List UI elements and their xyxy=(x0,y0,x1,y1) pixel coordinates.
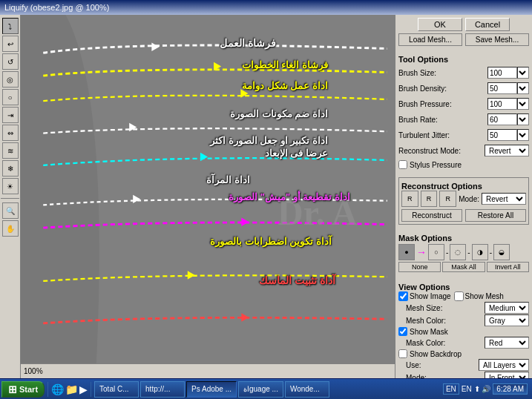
lang-indicator[interactable]: EN xyxy=(443,383,459,395)
show-backdrop-row: Show Backdrop xyxy=(398,349,529,358)
ql-icon-3[interactable]: ▶ xyxy=(79,383,88,395)
turbulent-jitter-select[interactable]: ▼ xyxy=(517,129,529,141)
use-row: Use: All Layers xyxy=(398,359,529,371)
brush-size-input[interactable] xyxy=(487,67,517,79)
toolbar-sep xyxy=(1,198,19,199)
show-image-checkbox[interactable] xyxy=(398,291,408,301)
brush-rate-select[interactable]: ▼ xyxy=(517,113,529,125)
turbulent-jitter-label: Turbulent Jitter: xyxy=(398,131,487,139)
zoom-level: 100% xyxy=(24,367,43,375)
reconstruct-options: Reconstruct Options R R R Mode: Revert R… xyxy=(398,177,529,225)
none-button[interactable]: None xyxy=(398,262,441,272)
taskbar-item-adobe-label: Ps Adobe ... xyxy=(191,385,231,393)
mask-icon-5[interactable]: ◒ xyxy=(493,244,510,260)
taskbar: ⊞ Start 🌐 📁 ▶ Total C... http://... Ps A… xyxy=(0,378,532,399)
mask-color-label: Mask Color: xyxy=(406,339,485,347)
mode-btn-2[interactable]: R xyxy=(421,191,438,207)
tool-freeze-btn[interactable]: ❄ xyxy=(2,160,19,177)
label-brush-reconstruct: فرشاة الغاء الخطوات xyxy=(242,59,328,70)
brush-rate-label: Brush Rate: xyxy=(398,116,487,124)
window-title: Liquify (obese2.jpg @ 100%) xyxy=(4,3,109,12)
invert-all-button[interactable]: Invert All xyxy=(487,262,529,272)
turbulent-jitter-row: Turbulent Jitter: ▼ xyxy=(398,129,529,141)
taskbar-item-gauge[interactable]: اةguage ... xyxy=(238,381,283,398)
label-brush-warp: فرشاة العمل xyxy=(220,37,276,49)
mask-icon-1[interactable]: ● xyxy=(398,244,415,260)
tool-thaw-btn[interactable]: ☀ xyxy=(2,178,19,194)
tool-shift-pixels-btn[interactable]: ⇥ xyxy=(2,107,19,123)
content-area: ⤵ ↩ ↺ ◎ ○ ⇥ ⇔ ≋ ❄ ☀ 🔍 ✋ xyxy=(0,15,532,378)
brush-rate-input[interactable] xyxy=(487,113,517,125)
tool-reconstruct-btn[interactable]: ↩ xyxy=(2,36,19,52)
show-mesh-label: Show Mesh xyxy=(465,292,504,300)
taskbar-item-adobe[interactable]: Ps Adobe ... xyxy=(186,381,237,398)
tool-zoom-btn[interactable]: 🔍 xyxy=(2,202,19,219)
ok-cancel-row: OK Cancel xyxy=(398,18,529,31)
taskbar-item-http[interactable]: http://... xyxy=(140,381,185,398)
mask-all-button[interactable]: Mask All xyxy=(442,262,485,272)
tool-twirl-btn[interactable]: ↺ xyxy=(2,53,19,70)
left-toolbar: ⤵ ↩ ↺ ◎ ○ ⇥ ⇔ ≋ ❄ ☀ 🔍 ✋ xyxy=(0,15,21,378)
mesh-size-select[interactable]: Medium xyxy=(485,302,529,314)
tool-warp[interactable]: ⤵ xyxy=(2,18,19,34)
mask-options: Mask Options ● → ○ - ◌ - ◑ - ◒ None Mask… xyxy=(398,232,529,272)
tool-pucker-btn[interactable]: ◎ xyxy=(2,71,19,88)
mesh-color-select[interactable]: Gray xyxy=(485,314,529,326)
mode-bd-select[interactable]: In Front xyxy=(485,372,529,378)
mode-btn-1[interactable]: R xyxy=(401,191,418,207)
brush-pressure-select[interactable]: ▼ xyxy=(517,98,529,110)
brush-size-row: Brush Size: ▼ xyxy=(398,67,529,79)
time-display[interactable]: 6:28 AM xyxy=(493,383,528,395)
brush-pressure-input[interactable] xyxy=(487,98,517,110)
stylus-pressure-row: Stylus Pressure xyxy=(398,160,529,169)
taskbar-item-wonde[interactable]: Wonde... xyxy=(285,381,329,398)
brush-pressure-row: Brush Pressure: ▼ xyxy=(398,98,529,110)
brush-pressure-label: Brush Pressure: xyxy=(398,100,487,108)
recon-mode-select[interactable]: Revert xyxy=(482,193,526,205)
mask-icon-2[interactable]: ○ xyxy=(428,244,444,260)
label-tool-thaw: آداة تثبيت الماسك xyxy=(259,274,335,286)
stylus-pressure-checkbox[interactable] xyxy=(398,160,407,169)
tool-hand-btn[interactable]: ✋ xyxy=(2,220,19,237)
tool-mirror-btn[interactable]: ⇔ xyxy=(2,125,19,141)
save-mesh-button[interactable]: Save Mesh... xyxy=(465,33,529,46)
tool-options-label: Tool Options xyxy=(398,55,529,64)
ok-button[interactable]: OK xyxy=(418,18,462,31)
mesh-size-label: Mesh Size: xyxy=(406,304,485,312)
mask-color-select[interactable]: Red xyxy=(485,337,529,349)
show-mask-checkbox[interactable] xyxy=(398,327,407,336)
brush-density-select[interactable]: ▼ xyxy=(517,82,529,94)
mask-icon-3[interactable]: ◌ xyxy=(450,244,466,260)
mask-arrow: → xyxy=(416,246,427,258)
canvas-content: Dr. A فرشاة العمل فرشاة الغاء الخطوات اد… xyxy=(21,15,395,378)
view-options: View Options Show Image Show Mesh Mesh S… xyxy=(398,281,529,378)
taskbar-item-total[interactable]: Total C... xyxy=(94,381,139,398)
brush-size-select[interactable]: ▼ xyxy=(517,67,529,79)
start-button[interactable]: ⊞ Start xyxy=(1,381,45,398)
ql-icon-2[interactable]: 📁 xyxy=(65,383,78,395)
tool-bloat-btn[interactable]: ○ xyxy=(2,89,19,105)
show-mesh-checkbox[interactable] xyxy=(454,291,464,301)
tool-turbulence-btn[interactable]: ≋ xyxy=(2,142,19,159)
mask-icon-4[interactable]: ◑ xyxy=(472,244,488,260)
label-tool-mirror: اداة المرآة xyxy=(206,174,250,185)
recon-mode-label: Mode: xyxy=(459,195,479,203)
start-label: Start xyxy=(19,385,38,394)
load-mesh-button[interactable]: Load Mesh... xyxy=(398,33,462,46)
turbulent-jitter-input[interactable] xyxy=(487,129,517,141)
brush-rate-row: Brush Rate: ▼ xyxy=(398,113,529,125)
label-tool-turbulence: اداة تقطيعة أو "ميش" الصورة xyxy=(229,191,350,202)
mask-btn-row: None Mask All Invert All xyxy=(398,262,529,272)
brush-density-input[interactable] xyxy=(487,82,517,94)
time-text: 6:28 AM xyxy=(496,385,524,393)
cancel-button[interactable]: Cancel xyxy=(465,18,510,31)
show-backdrop-checkbox[interactable] xyxy=(398,349,407,358)
mask-dash3: - xyxy=(490,248,492,257)
reconstruct-mode-select[interactable]: Revert xyxy=(485,145,529,156)
use-select[interactable]: All Layers xyxy=(479,359,529,371)
reconstruct-button[interactable]: Reconstruct xyxy=(401,209,462,222)
mode-btn-3[interactable]: R xyxy=(439,191,456,207)
restore-all-button[interactable]: Restore All xyxy=(465,209,526,222)
mesh-color-label: Mesh Color: xyxy=(406,317,485,325)
ql-icon-1[interactable]: 🌐 xyxy=(51,383,64,395)
